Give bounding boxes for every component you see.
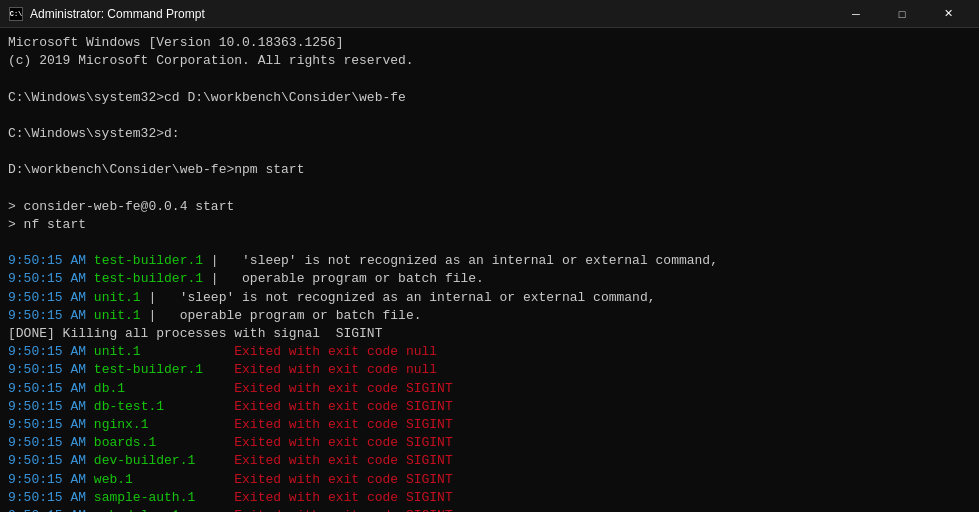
log-timestamp: 9:50:15 AM: [8, 271, 86, 286]
exit-process: boards.1: [94, 435, 234, 450]
terminal-line: 9:50:15 AM scheduler.1 Exited with exit …: [8, 507, 971, 512]
exit-timestamp: 9:50:15 AM: [8, 508, 86, 512]
exit-message: Exited with exit code SIGINT: [234, 508, 452, 512]
exit-process: dev-builder.1: [94, 453, 234, 468]
terminal-line: C:\Windows\system32>d:: [8, 125, 971, 143]
exit-timestamp: 9:50:15 AM: [8, 417, 86, 432]
exit-timestamp: 9:50:15 AM: [8, 453, 86, 468]
exit-process: sample-auth.1: [94, 490, 234, 505]
title-bar: C:\ Administrator: Command Prompt ─ □ ✕: [0, 0, 979, 28]
terminal-line: [8, 107, 971, 125]
exit-timestamp: 9:50:15 AM: [8, 399, 86, 414]
exit-message: Exited with exit code SIGINT: [234, 417, 452, 432]
log-process: unit.1: [94, 290, 141, 305]
terminal-line: Microsoft Windows [Version 10.0.18363.12…: [8, 34, 971, 52]
terminal-line: > nf start: [8, 216, 971, 234]
terminal-line: > consider-web-fe@0.0.4 start: [8, 198, 971, 216]
log-timestamp: 9:50:15 AM: [8, 308, 86, 323]
terminal-line: [8, 234, 971, 252]
exit-message: Exited with exit code SIGINT: [234, 381, 452, 396]
exit-process: db.1: [94, 381, 234, 396]
terminal-line: 9:50:15 AM dev-builder.1 Exited with exi…: [8, 452, 971, 470]
maximize-button[interactable]: □: [879, 0, 925, 28]
title-bar-title: Administrator: Command Prompt: [30, 7, 205, 21]
exit-process: db-test.1: [94, 399, 234, 414]
exit-message: Exited with exit code SIGINT: [234, 490, 452, 505]
exit-message: Exited with exit code SIGINT: [234, 399, 452, 414]
log-message: 'sleep' is not recognized as an internal…: [226, 253, 717, 268]
terminal-line: [8, 143, 971, 161]
terminal: Microsoft Windows [Version 10.0.18363.12…: [0, 28, 979, 512]
log-timestamp: 9:50:15 AM: [8, 290, 86, 305]
terminal-line: 9:50:15 AM db-test.1 Exited with exit co…: [8, 398, 971, 416]
exit-message: Exited with exit code null: [234, 344, 437, 359]
exit-timestamp: 9:50:15 AM: [8, 381, 86, 396]
terminal-line: 9:50:15 AM unit.1 | 'sleep' is not recog…: [8, 289, 971, 307]
exit-process: test-builder.1: [94, 362, 234, 377]
terminal-line: 9:50:15 AM boards.1 Exited with exit cod…: [8, 434, 971, 452]
exit-process: nginx.1: [94, 417, 234, 432]
title-bar-left: C:\ Administrator: Command Prompt: [8, 6, 205, 22]
terminal-line: [DONE] Killing all processes with signal…: [8, 325, 971, 343]
terminal-line: (c) 2019 Microsoft Corporation. All righ…: [8, 52, 971, 70]
exit-timestamp: 9:50:15 AM: [8, 490, 86, 505]
terminal-line: 9:50:15 AM test-builder.1 | 'sleep' is n…: [8, 252, 971, 270]
log-process: test-builder.1: [94, 271, 203, 286]
log-timestamp: 9:50:15 AM: [8, 253, 86, 268]
exit-timestamp: 9:50:15 AM: [8, 435, 86, 450]
terminal-line: 9:50:15 AM test-builder.1 | operable pro…: [8, 270, 971, 288]
log-message: operable program or batch file.: [226, 271, 483, 286]
terminal-line: 9:50:15 AM web.1 Exited with exit code S…: [8, 471, 971, 489]
terminal-line: D:\workbench\Consider\web-fe>npm start: [8, 161, 971, 179]
terminal-line: [8, 180, 971, 198]
exit-message: Exited with exit code SIGINT: [234, 435, 452, 450]
exit-message: Exited with exit code null: [234, 362, 437, 377]
terminal-line: C:\Windows\system32>cd D:\workbench\Cons…: [8, 89, 971, 107]
terminal-line: 9:50:15 AM sample-auth.1 Exited with exi…: [8, 489, 971, 507]
exit-timestamp: 9:50:15 AM: [8, 344, 86, 359]
exit-process: web.1: [94, 472, 234, 487]
terminal-line: [8, 70, 971, 88]
close-button[interactable]: ✕: [925, 0, 971, 28]
exit-timestamp: 9:50:15 AM: [8, 362, 86, 377]
log-message: operable program or batch file.: [164, 308, 421, 323]
terminal-line: 9:50:15 AM unit.1 | operable program or …: [8, 307, 971, 325]
cmd-icon: C:\: [8, 6, 24, 22]
exit-process: scheduler.1: [94, 508, 234, 512]
terminal-line: 9:50:15 AM nginx.1 Exited with exit code…: [8, 416, 971, 434]
log-message: 'sleep' is not recognized as an internal…: [164, 290, 655, 305]
log-process: test-builder.1: [94, 253, 203, 268]
log-process: unit.1: [94, 308, 141, 323]
minimize-button[interactable]: ─: [833, 0, 879, 28]
terminal-line: 9:50:15 AM test-builder.1 Exited with ex…: [8, 361, 971, 379]
exit-message: Exited with exit code SIGINT: [234, 453, 452, 468]
terminal-line: 9:50:15 AM db.1 Exited with exit code SI…: [8, 380, 971, 398]
exit-timestamp: 9:50:15 AM: [8, 472, 86, 487]
title-bar-controls: ─ □ ✕: [833, 0, 971, 28]
exit-process: unit.1: [94, 344, 234, 359]
exit-message: Exited with exit code SIGINT: [234, 472, 452, 487]
terminal-line: 9:50:15 AM unit.1 Exited with exit code …: [8, 343, 971, 361]
